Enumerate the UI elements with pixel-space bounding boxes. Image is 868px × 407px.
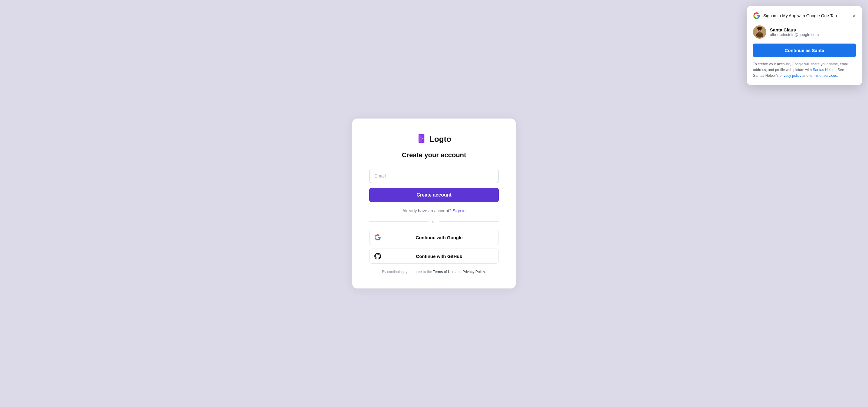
privacy-link[interactable]: Privacy Policy <box>462 270 485 274</box>
onetap-disclaimer: To create your account, Google will shar… <box>753 61 856 79</box>
onetap-app-link[interactable]: Santas Helper <box>813 68 835 72</box>
page-wrapper: Logto Create your account Create account… <box>0 0 868 407</box>
onetap-title: Sign in to My App with Google One Tap <box>763 13 837 19</box>
onetap-user-name: Santa Claus <box>770 27 819 32</box>
divider-line-right <box>439 221 499 222</box>
logo-area: Logto <box>369 133 499 145</box>
google-signin-button[interactable]: Continue with Google <box>369 230 499 245</box>
logto-logo-icon <box>417 133 427 145</box>
svg-point-8 <box>758 30 759 31</box>
google-icon <box>374 234 381 241</box>
onetap-header-left: Sign in to My App with Google One Tap <box>753 12 837 19</box>
divider: or <box>369 219 499 224</box>
onetap-terms-link[interactable]: terms of services <box>809 73 837 78</box>
svg-point-3 <box>422 138 423 139</box>
onetap-privacy-link[interactable]: privacy policy <box>780 73 801 78</box>
google-g-icon <box>753 12 760 19</box>
github-signin-button[interactable]: Continue with GitHub <box>369 248 499 264</box>
email-input[interactable] <box>369 169 499 183</box>
footer-text: By continuing, you agree to the Terms of… <box>369 270 499 274</box>
create-account-button[interactable]: Create account <box>369 188 499 202</box>
logo-text: Logto <box>430 135 451 144</box>
signin-link[interactable]: Sign in <box>453 208 465 213</box>
signin-prompt: Already have an account? Sign in <box>369 208 499 213</box>
page-title: Create your account <box>369 151 499 159</box>
google-btn-text: Continue with Google <box>385 235 494 240</box>
divider-line-left <box>369 221 429 222</box>
github-btn-text: Continue with GitHub <box>385 254 494 259</box>
google-onetap-popup: Sign in to My App with Google One Tap × <box>747 6 862 85</box>
onetap-header: Sign in to My App with Google One Tap × <box>753 12 856 19</box>
onetap-continue-button[interactable]: Continue as Santa <box>753 43 856 57</box>
onetap-user-info: Santa Claus albert.einstein@google.com <box>770 27 819 37</box>
terms-link[interactable]: Terms of Use <box>433 270 455 274</box>
avatar <box>753 25 766 39</box>
divider-text: or <box>432 219 436 224</box>
signup-card: Logto Create your account Create account… <box>352 118 516 289</box>
onetap-user-email: albert.einstein@google.com <box>770 32 819 37</box>
onetap-user: Santa Claus albert.einstein@google.com <box>753 25 856 39</box>
onetap-close-button[interactable]: × <box>852 13 856 19</box>
github-icon <box>374 253 381 260</box>
svg-point-9 <box>760 30 761 31</box>
svg-point-7 <box>757 27 763 30</box>
svg-point-10 <box>758 31 762 34</box>
